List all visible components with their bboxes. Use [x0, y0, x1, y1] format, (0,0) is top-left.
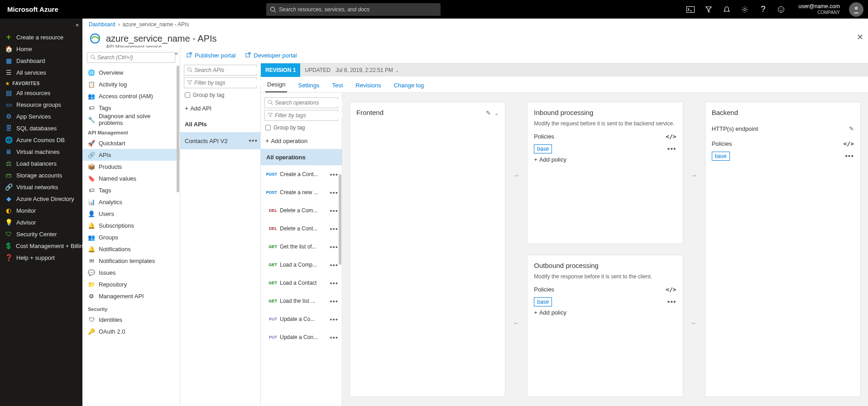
all-apis-header[interactable]: All APIs: [180, 116, 260, 132]
nav-favorite-item[interactable]: ▭Resource groups: [0, 99, 82, 110]
api-search-input[interactable]: [194, 67, 263, 73]
code-editor-icon[interactable]: </>: [666, 286, 676, 293]
api-filter-input[interactable]: [194, 80, 263, 86]
settings-icon[interactable]: [736, 0, 754, 19]
edit-backend-button[interactable]: ✎: [849, 125, 854, 132]
nav-all-services[interactable]: ☰ All services: [0, 67, 82, 78]
add-api-button[interactable]: + Add API: [180, 100, 260, 116]
more-menu-icon[interactable]: •••: [330, 207, 338, 215]
nav-favorite-item[interactable]: ⚖Load balancers: [0, 158, 82, 169]
api-group-by-tag-checkbox[interactable]: [185, 92, 190, 98]
resmenu-item[interactable]: ✉Notification templates: [82, 255, 180, 267]
operations-scrollbar[interactable]: [339, 174, 341, 265]
op-search-input[interactable]: [275, 100, 343, 106]
nav-favorite-item[interactable]: 🌐Azure Cosmos DB: [0, 134, 82, 146]
more-menu-icon[interactable]: •••: [330, 315, 338, 323]
resmenu-item[interactable]: 👥Groups: [82, 231, 180, 243]
api-group-by-tag[interactable]: Group by tag: [180, 90, 260, 100]
add-inbound-policy-button[interactable]: + Add policy: [534, 156, 676, 163]
operation-item[interactable]: POSTCreate a new ...•••: [261, 183, 342, 201]
operation-item[interactable]: DELDelete a Cont...•••: [261, 220, 342, 238]
brand-label[interactable]: Microsoft Azure: [0, 5, 66, 13]
directory-filter-icon[interactable]: [700, 0, 718, 19]
op-filter-input[interactable]: [275, 112, 343, 119]
nav-favorite-item[interactable]: ⚙App Services: [0, 110, 82, 122]
global-search[interactable]: [266, 3, 441, 16]
revision-badge[interactable]: REVISION 1: [261, 63, 300, 77]
resmenu-item[interactable]: 📁Repository: [82, 278, 180, 290]
nav-favorite-item[interactable]: 🔗Virtual networks: [0, 181, 82, 193]
more-menu-icon[interactable]: •••: [667, 145, 676, 153]
api-filter[interactable]: [184, 77, 257, 88]
feedback-icon[interactable]: [772, 0, 790, 19]
all-operations-header[interactable]: All operations: [261, 149, 342, 165]
resmenu-item[interactable]: 🚀Quickstart: [82, 137, 180, 149]
nav-favorite-item[interactable]: ◐Monitor: [0, 205, 82, 216]
nav-home[interactable]: 🏠 Home: [0, 43, 82, 55]
resmenu-item[interactable]: 🏷Tags: [82, 102, 180, 114]
resmenu-item[interactable]: 🏷Tags: [82, 184, 180, 196]
resmenu-search[interactable]: [87, 52, 175, 63]
leftnav-collapse[interactable]: «: [0, 19, 82, 31]
publisher-portal-link[interactable]: Publisher portal: [187, 52, 235, 59]
resmenu-item[interactable]: 🔧Diagnose and solve problems: [82, 114, 180, 125]
operation-item[interactable]: PUTUpdate a Co...•••: [261, 310, 342, 328]
resmenu-item[interactable]: 🔖Named values: [82, 172, 180, 184]
chevron-down-icon[interactable]: ⌄: [395, 67, 399, 73]
more-menu-icon[interactable]: •••: [667, 298, 676, 306]
base-policy[interactable]: base: [534, 144, 552, 153]
operation-item[interactable]: GETLoad a Contact•••: [261, 274, 342, 292]
nav-favorite-item[interactable]: 🗄SQL databases: [0, 122, 82, 134]
more-menu-icon[interactable]: •••: [330, 279, 338, 287]
more-menu-icon[interactable]: •••: [330, 189, 338, 196]
chevron-down-icon[interactable]: ⌄: [494, 110, 499, 116]
more-menu-icon[interactable]: •••: [330, 243, 338, 251]
resmenu-item[interactable]: 🌐Overview: [82, 67, 180, 78]
tab-test[interactable]: Test: [330, 78, 345, 92]
more-menu-icon[interactable]: •••: [330, 334, 338, 341]
resmenu-item[interactable]: 💬Issues: [82, 267, 180, 278]
code-editor-icon[interactable]: </>: [666, 133, 676, 140]
help-icon[interactable]: ?: [754, 0, 772, 19]
more-menu-icon[interactable]: •••: [845, 152, 854, 160]
resmenu-item[interactable]: 🔔Subscriptions: [82, 220, 180, 231]
nav-favorite-item[interactable]: ◆Azure Active Directory: [0, 193, 82, 205]
avatar[interactable]: [849, 2, 863, 17]
nav-create-resource[interactable]: + Create a resource: [0, 31, 82, 43]
notifications-icon[interactable]: [718, 0, 736, 19]
more-menu-icon[interactable]: •••: [330, 171, 338, 178]
operation-item[interactable]: GETLoad the list ...•••: [261, 292, 342, 310]
op-filter[interactable]: [264, 110, 338, 121]
nav-dashboard[interactable]: ▦ Dashboard: [0, 55, 82, 67]
edit-frontend-button[interactable]: ✎: [486, 110, 491, 116]
code-editor-icon[interactable]: </>: [844, 140, 854, 147]
operation-item[interactable]: POSTCreate a Cont...•••: [261, 165, 342, 183]
nav-favorite-item[interactable]: ▤All resources: [0, 87, 82, 99]
resmenu-item[interactable]: 📊Analytics: [82, 196, 180, 208]
breadcrumb-root[interactable]: Dashboard: [89, 21, 115, 28]
operation-item[interactable]: GETGet the list of...•••: [261, 238, 342, 256]
more-menu-icon[interactable]: •••: [249, 137, 258, 145]
operation-item[interactable]: PUTUpdate a Con...•••: [261, 328, 342, 346]
more-menu-icon[interactable]: •••: [330, 225, 338, 233]
add-operation-button[interactable]: + Add operation: [261, 133, 342, 149]
add-outbound-policy-button[interactable]: + Add policy: [534, 309, 676, 316]
nav-favorite-item[interactable]: ❓Help + support: [0, 252, 82, 263]
op-group-by-tag[interactable]: Group by tag: [261, 123, 342, 133]
nav-favorite-item[interactable]: 🗃Storage accounts: [0, 169, 82, 181]
resmenu-search-input[interactable]: [97, 54, 172, 61]
tab-revisions[interactable]: Revisions: [354, 78, 383, 92]
cloud-shell-icon[interactable]: [681, 0, 700, 19]
resmenu-item[interactable]: 🛡Identities: [82, 314, 180, 325]
operation-item[interactable]: GETLoad a Comp...•••: [261, 256, 342, 274]
api-list-item[interactable]: Contacts API V2•••: [180, 132, 260, 149]
topbar-user[interactable]: user@name.com COMPANY: [794, 4, 844, 15]
resmenu-item[interactable]: 👥Access control (IAM): [82, 90, 180, 102]
base-policy[interactable]: base: [712, 152, 730, 161]
op-search[interactable]: [264, 97, 338, 108]
op-group-by-tag-checkbox[interactable]: [265, 125, 271, 130]
tab-settings[interactable]: Settings: [296, 78, 321, 92]
resmenu-item[interactable]: 👤Users: [82, 208, 180, 220]
resmenu-item[interactable]: 🔗APIs: [82, 149, 180, 161]
more-menu-icon[interactable]: •••: [330, 297, 338, 305]
